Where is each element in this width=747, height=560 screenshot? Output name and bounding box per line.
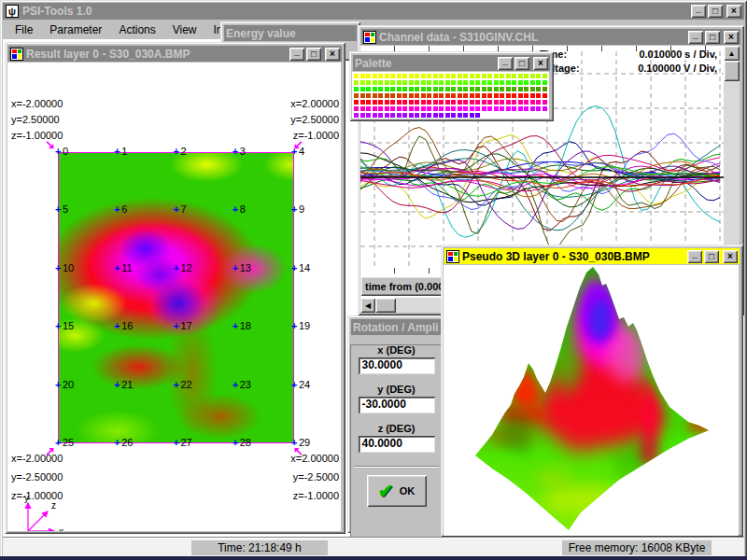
palette-cell	[427, 100, 431, 105]
palette-cell	[366, 106, 371, 111]
status-free-memory: Free memory: 16008 KByte	[562, 540, 712, 555]
ok-label: OK	[400, 485, 416, 497]
ok-button[interactable]: ✔ OK	[367, 475, 427, 507]
palette-cell	[415, 80, 419, 85]
palette-close-button[interactable]: ×	[533, 57, 548, 70]
result-layer-window: Result layer 0 - S30_030A.BMP _ □ × x=-2…	[5, 42, 345, 534]
palette-cell	[500, 100, 504, 105]
channel-titlebar[interactable]: Channel data - S310GINV.CHL _ □ ×	[361, 29, 740, 45]
palette-cell	[543, 87, 547, 91]
z-deg-input[interactable]: 40.0000	[359, 436, 435, 453]
palette-cell	[378, 93, 383, 98]
palette-cell	[373, 113, 377, 118]
palette-cell	[475, 80, 480, 85]
palette-cell	[458, 80, 462, 85]
palette-titlebar[interactable]: Palette _ □ ×	[353, 55, 550, 71]
coord-bottom-right-x: x=2.00000	[290, 453, 339, 464]
close-icon: ×	[728, 32, 734, 43]
main-minimize-button[interactable]: _	[691, 5, 706, 18]
palette-cell	[463, 87, 468, 91]
palette-cell	[536, 74, 541, 78]
channel-minimize-button[interactable]: _	[688, 31, 703, 44]
minimize-icon: _	[502, 55, 508, 66]
axis-z-label: z	[51, 500, 56, 511]
pseudo3d-surface	[444, 265, 739, 536]
menu-item-parameter[interactable]: Parameter	[41, 21, 110, 38]
pseudo3d-window: Pseudo 3D layer 0 - S30_030B.BMP _ □ ×	[441, 245, 743, 537]
palette-cell	[390, 74, 395, 78]
palette-cell	[543, 80, 547, 85]
pseudo3d-titlebar[interactable]: Pseudo 3D layer 0 - S30_030B.BMP _ □ ×	[444, 248, 740, 264]
app-title: PSI-Tools 1.0	[22, 5, 92, 18]
result-maximize-button[interactable]: □	[306, 48, 321, 61]
palette-cell	[463, 80, 468, 85]
pseudo3d-close-button[interactable]: ×	[723, 250, 738, 263]
palette-cell	[360, 100, 365, 105]
palette-cell	[421, 74, 426, 78]
palette-cell	[427, 80, 431, 85]
app-window: ψ PSI-Tools 1.0 _ □ × File Parameter Act…	[0, 0, 747, 560]
main-close-button[interactable]: ×	[726, 5, 741, 18]
palette-cell	[409, 80, 414, 85]
palette-cell	[366, 74, 371, 78]
palette-cell	[397, 100, 402, 105]
main-titlebar[interactable]: ψ PSI-Tools 1.0 _ □ ×	[3, 3, 744, 20]
palette-cell	[536, 87, 541, 91]
palette-minimize-button[interactable]: _	[498, 57, 513, 70]
palette-cell	[354, 106, 359, 111]
close-icon: ×	[330, 49, 335, 60]
palette-cell	[524, 87, 529, 91]
palette-cell	[433, 87, 438, 91]
maximize-icon: □	[710, 32, 715, 43]
palette-cell	[524, 100, 529, 105]
x-deg-input[interactable]: 30.0000	[359, 357, 435, 374]
result-heatmap[interactable]	[58, 152, 294, 443]
main-maximize-button[interactable]: □	[708, 5, 723, 18]
palette-cell	[475, 87, 480, 91]
palette-canvas	[352, 72, 549, 119]
result-titlebar[interactable]: Result layer 0 - S30_030A.BMP _ □ ×	[8, 46, 342, 62]
channel-maximize-button[interactable]: □	[705, 31, 720, 44]
result-close-button[interactable]: ×	[325, 48, 340, 61]
palette-cell	[433, 113, 438, 118]
palette-maximize-button[interactable]: □	[514, 57, 529, 70]
result-minimize-button[interactable]: _	[289, 48, 304, 61]
menu-item-actions[interactable]: Actions	[110, 21, 163, 38]
z-deg-label: z (DEG)	[350, 423, 443, 434]
energy-titlebar[interactable]: Energy value	[224, 25, 357, 41]
palette-window: Palette _ □ ×	[349, 51, 554, 121]
palette-row	[354, 74, 547, 78]
horizontal-scroll-thumb[interactable]	[375, 298, 396, 313]
palette-cell	[385, 87, 389, 91]
palette-cell	[378, 80, 383, 85]
palette-row	[354, 106, 547, 111]
maximize-icon: □	[519, 58, 525, 69]
result-canvas: x=-2.00000 y=2.50000 z=-1.00000 x=2.0000…	[7, 63, 341, 531]
pseudo3d-minimize-button[interactable]: _	[687, 250, 702, 263]
y-deg-input[interactable]: -30.0000	[359, 397, 435, 413]
pseudo3d-maximize-button[interactable]: □	[704, 250, 719, 263]
palette-cell	[451, 74, 456, 78]
palette-cell	[415, 106, 419, 111]
palette-cell	[421, 80, 426, 85]
palette-cell	[458, 74, 462, 78]
coord-top-right-y: y=2.50000	[290, 114, 339, 125]
palette-cell	[378, 106, 383, 111]
menu-item-file[interactable]: File	[7, 21, 41, 38]
window-frame-edge	[0, 556, 747, 560]
scroll-left-button[interactable]: ◀	[360, 298, 375, 313]
menu-item-view[interactable]: View	[164, 21, 205, 38]
maximize-icon: □	[709, 251, 714, 262]
channel-close-button[interactable]: ×	[724, 31, 739, 44]
palette-cell	[470, 80, 474, 85]
palette-cell	[385, 74, 389, 78]
palette-cell	[543, 93, 547, 98]
palette-cell	[445, 80, 450, 85]
scroll-up-button[interactable]: ▲	[724, 46, 740, 61]
palette-cell	[421, 106, 426, 111]
vertical-scroll-thumb[interactable]	[724, 61, 740, 81]
palette-cell	[415, 100, 419, 105]
axis-orientation-icon: y z x	[17, 494, 73, 531]
rotation-titlebar[interactable]: Rotation / Ampli	[351, 319, 442, 335]
minimize-icon: _	[696, 3, 701, 14]
